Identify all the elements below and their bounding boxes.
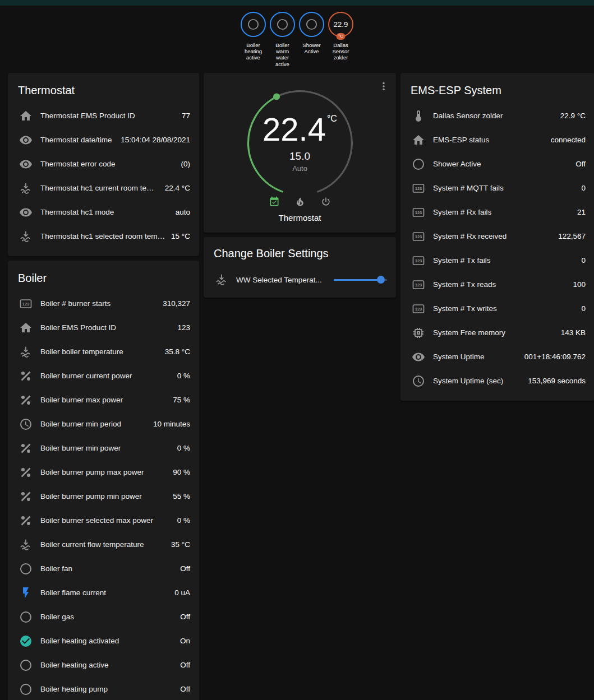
entity-name: Thermostat hc1 current room temper...: [40, 184, 159, 192]
entity-row[interactable]: Thermostat date/time15:04:04 28/08/2021: [17, 128, 190, 152]
entity-row[interactable]: Boiler boiler temperature35.8 °C: [17, 340, 190, 364]
calendar-check-icon[interactable]: [269, 196, 280, 207]
more-options-button[interactable]: [375, 77, 393, 95]
dial-arc: [238, 81, 362, 205]
entity-state: 90 %: [173, 468, 190, 476]
entity-name: Boiler gas: [40, 613, 174, 621]
entity-name: System # Rx fails: [433, 208, 572, 216]
entity-row[interactable]: 123System # Rx fails21: [409, 200, 586, 224]
entity-row[interactable]: Boiler burner min power0 %: [17, 436, 190, 460]
entity-state: Off: [180, 661, 190, 669]
entity-row[interactable]: 123System # Tx fails0: [409, 248, 586, 272]
entity-row[interactable]: Boiler flame current0 uA: [17, 581, 190, 605]
entity-row[interactable]: 123System # Tx reads100: [409, 272, 586, 296]
check-circle-icon: [19, 634, 33, 648]
entity-row[interactable]: Boiler burner min period10 minutes: [17, 412, 190, 436]
badge-boiler-heating-active[interactable]: Boiler heating active: [240, 12, 267, 61]
card-title-settings: Change Boiler Settings: [213, 246, 387, 267]
entity-row[interactable]: Thermostat EMS Product ID77: [17, 104, 190, 128]
svg-text:123: 123: [22, 302, 30, 307]
entity-state: connected: [551, 136, 586, 144]
circle-icon: [19, 562, 33, 576]
entity-state: Off: [180, 685, 190, 693]
entity-row[interactable]: Boiler heating activeOff: [17, 653, 190, 677]
coolant-temperature-icon: [19, 230, 33, 243]
entity-state: 153,969 seconds: [528, 377, 586, 385]
fire-icon[interactable]: [294, 196, 306, 207]
entity-name: System # Tx writes: [433, 304, 575, 313]
badge-row: Boiler heating activeBoiler warm water a…: [0, 6, 594, 73]
entity-state: 0 %: [177, 444, 190, 452]
entity-row[interactable]: Boiler current flow temperature35 °C: [17, 532, 190, 557]
dial-entity-name: Thermostat: [213, 213, 387, 222]
badge-dallas-sensor-zolder[interactable]: 22.9°CDallas Sensor zolder: [328, 12, 354, 61]
entity-row[interactable]: Boiler burner max power75 %: [17, 388, 190, 412]
entity-row[interactable]: Boiler EMS Product ID123: [17, 316, 190, 340]
entity-row[interactable]: Boiler heating pumpOff: [17, 677, 190, 700]
entity-row[interactable]: Boiler burner pump min power55 %: [17, 484, 190, 508]
badge-label: Shower Active: [298, 42, 325, 54]
entity-state: 35.8 °C: [165, 347, 190, 356]
percent-icon: [19, 466, 33, 479]
entity-row[interactable]: Boiler fanOff: [17, 557, 190, 581]
thermostat-dial[interactable]: 22.4°C 15.0 Auto: [238, 81, 362, 205]
home-icon: [412, 133, 425, 147]
entity-name: Boiler heating activated: [40, 637, 174, 645]
entity-name: Boiler burner pump min power: [40, 492, 167, 500]
entity-state: 35 °C: [171, 540, 190, 549]
entity-row[interactable]: Thermostat error code(0): [17, 152, 190, 176]
card-title-thermostat: Thermostat: [17, 83, 190, 104]
entity-name: System Uptime: [433, 353, 519, 361]
entity-state: 0: [581, 184, 586, 192]
entity-state: 22.9 °C: [560, 112, 586, 120]
entity-row[interactable]: Dallas Sensor zolder22.9 °C: [409, 104, 586, 128]
coolant-temperature-icon: [19, 182, 33, 195]
ww-temperature-slider[interactable]: [334, 272, 387, 288]
entity-name: System # MQTT fails: [433, 184, 575, 192]
eye-icon: [412, 350, 425, 364]
entity-row[interactable]: 123System # Tx writes0: [409, 296, 586, 321]
percent-icon: [19, 442, 33, 455]
entity-state: 0 %: [177, 516, 190, 525]
entity-row[interactable]: Boiler heating activatedOn: [17, 629, 190, 653]
entity-row[interactable]: System Uptime (sec)153,969 seconds: [409, 369, 586, 393]
entity-state: 0 uA: [174, 588, 190, 597]
entity-name: Thermostat error code: [40, 160, 176, 168]
entity-name: Dallas Sensor zolder: [433, 112, 555, 120]
entity-name: Boiler boiler temperature: [40, 347, 159, 356]
entity-row[interactable]: Boiler gasOff: [17, 605, 190, 629]
entity-row[interactable]: Thermostat hc1 modeauto: [17, 200, 190, 224]
entity-state: 22.4 °C: [165, 184, 190, 192]
entity-row[interactable]: System Uptime001+18:46:09.762: [409, 345, 586, 369]
entity-row[interactable]: Thermostat hc1 current room temper...22.…: [17, 176, 190, 200]
entity-state: auto: [176, 208, 190, 216]
entity-row[interactable]: Thermostat hc1 selected room temper...15…: [17, 224, 190, 248]
entity-row[interactable]: Boiler burner pump max power90 %: [17, 460, 190, 484]
left-column: Thermostat Thermostat EMS Product ID77Th…: [8, 73, 199, 700]
entity-row[interactable]: 123System # MQTT fails0: [409, 176, 586, 200]
mode-buttons: [238, 196, 362, 207]
entity-name: Thermostat EMS Product ID: [40, 112, 176, 120]
badge-circle: [270, 12, 295, 37]
entity-row[interactable]: 123System # Rx received122,567: [409, 224, 586, 248]
ww-slider-knob[interactable]: [377, 276, 385, 284]
boiler-entity-list: 123Boiler # burner starts310,327Boiler E…: [17, 291, 190, 700]
entity-row[interactable]: Shower ActiveOff: [409, 152, 586, 176]
entity-row[interactable]: System Free memory143 KB: [409, 321, 586, 345]
entity-name: Thermostat date/time: [40, 136, 115, 144]
entity-row[interactable]: Boiler burner current power0 %: [17, 364, 190, 388]
entity-row[interactable]: 123Boiler # burner starts310,327: [17, 291, 190, 316]
entity-state: 123: [177, 323, 190, 332]
entity-state: 310,327: [163, 299, 190, 308]
thermostat-card: Thermostat Thermostat EMS Product ID77Th…: [8, 73, 199, 256]
badge-boiler-warm-water-active[interactable]: Boiler warm water active: [269, 12, 296, 67]
power-icon[interactable]: [320, 196, 331, 207]
entity-row[interactable]: EMS-ESP statusconnected: [409, 128, 586, 152]
circle-icon: [305, 18, 318, 31]
memory-icon: [412, 326, 425, 340]
ww-selected-temperature-row[interactable]: WW Selected Temperat...: [213, 267, 387, 293]
entity-row[interactable]: Boiler burner selected max power0 %: [17, 508, 190, 532]
entity-name: Boiler EMS Product ID: [40, 323, 172, 332]
card-title-boiler: Boiler: [17, 271, 190, 291]
badge-shower-active[interactable]: Shower Active: [298, 12, 325, 54]
